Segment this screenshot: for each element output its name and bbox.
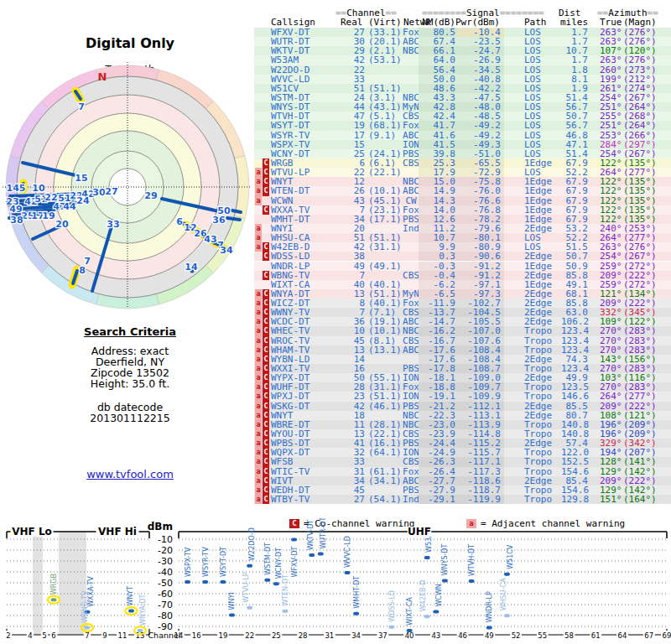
radar-channel-label: 8 <box>79 265 86 276</box>
cell-distance: 50.7 <box>561 252 588 261</box>
co-channel-warning-badge: C <box>263 242 269 252</box>
table-row[interactable]: WNDR-LP49(49.1)-0.3-91.21Edge50.9259°(27… <box>254 262 671 271</box>
band-title: VHF Lo <box>12 526 52 538</box>
col-miles: miles <box>560 18 588 27</box>
cell-distance: 67.9 <box>561 196 588 205</box>
band-title: UHF <box>408 526 431 538</box>
cell-azimuth-magnetic: (164°) <box>623 495 667 504</box>
x-tick-label: 2 <box>6 631 10 640</box>
cell-noise-margin: -29.1 <box>419 495 459 504</box>
cell-real-channel: 10 <box>336 326 365 335</box>
cell-real-channel: 17 <box>336 131 365 140</box>
spectrum-callsign-label: WUTR-DT <box>320 518 327 549</box>
x-tick-label: 49 <box>485 631 494 640</box>
x-tick-label: 6 <box>51 631 55 640</box>
cell-distance: 46.8 <box>561 131 588 140</box>
co-channel-warning-badge: C <box>263 345 269 355</box>
cell-callsign: WTBY-TV <box>271 495 345 504</box>
signal-marker <box>486 626 492 630</box>
signal-table: ==Channel== ========Signal======== Dist … <box>254 8 671 515</box>
radar-channel-label: 44 <box>63 201 76 212</box>
signal-marker <box>353 612 359 615</box>
adjacent-warning-badge: a <box>255 392 262 401</box>
co-channel-warning-badge: C <box>263 382 269 392</box>
signal-marker <box>424 615 430 618</box>
cell-path: Tropo <box>524 495 563 504</box>
co-channel-warning-badge: C <box>263 205 269 215</box>
cell-distance: 1.8 <box>561 65 588 75</box>
search-criteria-heading: Search Criteria <box>0 325 260 338</box>
signal-marker <box>185 580 190 584</box>
spectrum-chart: 2456791113WRGBWXXA-TVWBNG-TVWNYTWNYA-DT1… <box>0 518 671 644</box>
signal-spoke <box>227 218 240 220</box>
co-channel-warning-badge: C <box>263 439 269 448</box>
radar-channel-label: 34 <box>220 245 233 256</box>
spectrum-callsign-label: WBNG-TV <box>81 590 89 623</box>
table-row[interactable]: WSYR-TV17(9.1)ABC41.6-49.2LOS46.8253°(26… <box>254 131 671 140</box>
co-channel-warning-badge: C <box>263 373 269 382</box>
adjacent-warning-badge: a <box>255 186 262 195</box>
co-channel-warning-badge: C <box>263 271 269 280</box>
col-real: Real <box>341 18 363 27</box>
adjacent-warning-badge: a <box>255 457 262 466</box>
cell-path: LOS <box>524 121 563 130</box>
cell-path: Tropo <box>524 457 563 466</box>
radar-channel-label: 30 <box>92 187 106 198</box>
table-row[interactable]: aCWPXJ-DT23(51.1)ION-19.1-109.9Tropo146.… <box>254 392 671 401</box>
signal-marker <box>220 580 226 584</box>
co-channel-warning-badge: C <box>263 355 269 364</box>
radar-channel-label: 145 <box>7 183 26 194</box>
radar-channel-label: 38 <box>10 215 23 226</box>
cell-path: LOS <box>524 55 563 65</box>
table-row[interactable]: CWDSS-LD380.3-90.62Edge50.7254°(267°) <box>254 252 671 261</box>
signal-marker <box>51 598 57 601</box>
signal-marker <box>318 553 324 556</box>
cell-power: -109.9 <box>457 392 504 401</box>
adjacent-warning-badge: a <box>255 336 262 345</box>
table-row[interactable]: W53AM42(53.1)64.0-26.9LOS1.7263°(276°) <box>254 55 671 65</box>
cell-path: Tropo <box>524 326 563 335</box>
signal-marker <box>202 580 208 584</box>
table-row[interactable]: aCWTEN-DT26(10.1)ABC14.9-76.01Edge67.912… <box>254 186 671 195</box>
adjacent-warning-badge: a <box>255 364 262 373</box>
co-channel-warning-badge: C <box>263 336 269 345</box>
cell-noise-margin: 14.3 <box>419 196 459 205</box>
cell-callsign: WSYT-DT <box>271 121 345 130</box>
adjacent-warning-badge: a <box>255 326 262 335</box>
table-row[interactable]: aCWHEC-TV10(10.1)NBC-16.2-107.0Tropo123.… <box>254 326 671 335</box>
col-pwr: Pwr(dBm) <box>455 18 497 27</box>
adjacent-warning-badge: a <box>255 242 262 252</box>
col-magn: (Magn) <box>623 18 657 27</box>
y-tick-label: -10 <box>158 534 173 545</box>
co-channel-warning-badge: C <box>263 299 269 308</box>
signal-marker <box>469 579 475 583</box>
radar-channel-label: 20 <box>55 219 69 230</box>
adjacent-warning-badge: a <box>255 196 262 205</box>
table-row[interactable]: aCWTBY-TV27(54.1)Ind-29.1-119.9Tropo129.… <box>254 495 671 504</box>
adjacent-warning-badge: a <box>255 355 262 364</box>
radar-plot: 7151451023425122512242302724474449251719… <box>0 50 260 319</box>
cell-noise-margin: -0.3 <box>419 262 459 271</box>
table-row[interactable]: WSYT-DT19(68.1)Fox41.7-49.2LOS56.7251°(2… <box>254 121 671 130</box>
table-row[interactable]: W22DO-D2256.4-34.5LOS1.8260°(273°) <box>254 65 671 75</box>
spectrum-callsign-label: WHSU-CA <box>500 578 507 610</box>
radar-channel-label: 14 <box>185 262 198 273</box>
table-row[interactable]: aCWFSB33CBS-26.3-117.1Tropo152.5128°(141… <box>254 457 671 466</box>
cell-real-channel: 38 <box>336 252 365 261</box>
co-channel-warning-badge: C <box>263 252 269 261</box>
co-channel-warning-badge: C <box>263 317 269 326</box>
signal-marker <box>407 629 413 632</box>
tvfool-link[interactable]: www.tvfool.com <box>86 468 174 480</box>
table-row[interactable]: aWCWN43(45.1)CW14.3-76.61Edge67.9122°(13… <box>254 196 671 205</box>
adjacent-warning-badge: a <box>255 402 262 411</box>
adjacent-warning-badge: a <box>255 382 262 392</box>
cell-noise-margin: 0.3 <box>419 252 459 261</box>
cell-azimuth-magnetic: (135°) <box>623 196 667 205</box>
x-tick-label: 22 <box>245 631 254 640</box>
adjacent-warning-badge: a <box>255 411 262 420</box>
adjacent-warning-badge: a <box>255 448 262 457</box>
adjacent-warning-badge: a <box>255 467 262 476</box>
cell-path: 1Edge <box>524 262 563 271</box>
co-channel-warning-badge: C <box>263 448 269 457</box>
spectrum-callsign-label: W51CV <box>507 544 514 569</box>
